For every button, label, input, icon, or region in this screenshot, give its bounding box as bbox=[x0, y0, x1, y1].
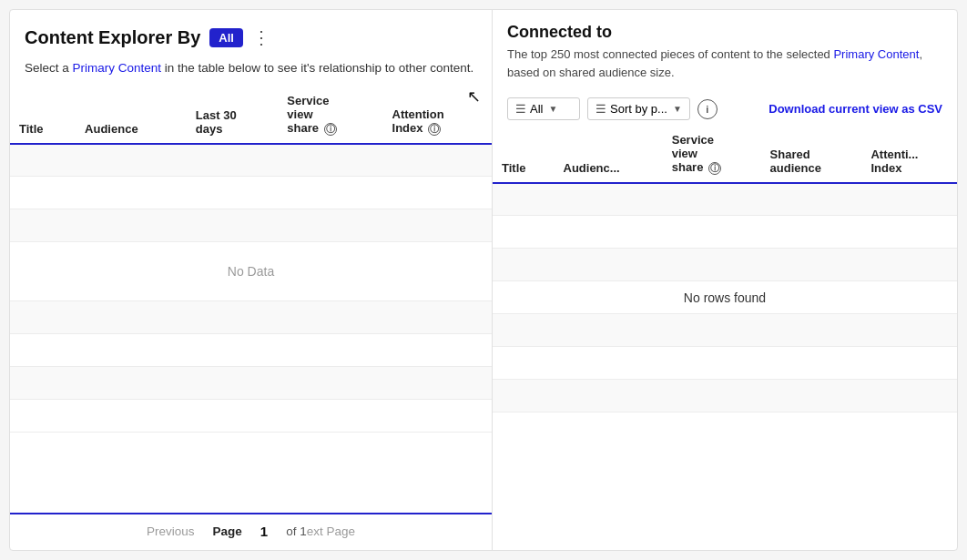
info-button[interactable]: i bbox=[697, 99, 718, 119]
right-header: Connected to The top 250 most connected … bbox=[493, 10, 957, 97]
col-audience: Audience bbox=[76, 87, 187, 144]
attention-index-info-icon[interactable]: ⓘ bbox=[428, 123, 441, 136]
sort-dropdown[interactable]: ☰ Sort by p... ▼ bbox=[587, 97, 690, 120]
right-col-service-view-share: Serviceviewshare ⓘ bbox=[663, 126, 761, 183]
right-panel-title: Connected to bbox=[507, 23, 942, 42]
table-row[interactable] bbox=[10, 209, 492, 242]
table-row[interactable] bbox=[493, 216, 957, 249]
right-table-wrapper: Title Audienc... Serviceviewshare ⓘ Shar… bbox=[493, 126, 957, 550]
right-table: Title Audienc... Serviceviewshare ⓘ Shar… bbox=[493, 126, 957, 412]
download-csv-link[interactable]: Download current view as CSV bbox=[769, 102, 942, 116]
filter-all-label: All bbox=[530, 102, 543, 116]
menu-dots-icon[interactable]: ⋮ bbox=[252, 26, 271, 48]
table-row[interactable] bbox=[10, 400, 492, 433]
col-title: Title bbox=[10, 87, 76, 144]
right-col-audience: Audienc... bbox=[555, 126, 663, 183]
left-description: Select a Primary Content in the table be… bbox=[25, 59, 477, 77]
left-panel-title: Content Explorer By bbox=[25, 27, 200, 48]
sort-label: Sort by p... bbox=[610, 102, 667, 116]
page-number: 1 bbox=[260, 524, 268, 539]
primary-content-link-right[interactable]: Primary Content bbox=[833, 47, 919, 61]
of-label: of 1ext Page bbox=[286, 524, 355, 538]
left-table-header-row: Title Audience Last 30days Serviceviewsh… bbox=[10, 87, 492, 144]
table-row[interactable] bbox=[10, 334, 492, 367]
primary-content-link-left[interactable]: Primary Content bbox=[73, 61, 162, 75]
all-badge[interactable]: All bbox=[209, 28, 243, 47]
right-col-attention-index: Attenti...Index bbox=[861, 126, 957, 183]
next-page-button[interactable]: ext Page bbox=[307, 524, 355, 538]
col-attention-index: AttentionIndex ⓘ bbox=[383, 87, 492, 144]
page-label: Page bbox=[213, 524, 242, 538]
left-header: Content Explorer By All ⋮ Select a Prima… bbox=[10, 10, 492, 87]
left-pagination: Previous Page 1 of 1ext Page bbox=[10, 513, 492, 550]
left-table-wrapper: ↖ Title Audience Last 30days Serviceview… bbox=[10, 87, 492, 513]
filter-icon: ☰ bbox=[515, 102, 526, 116]
sort-icon: ☰ bbox=[595, 102, 606, 116]
table-row[interactable] bbox=[10, 367, 492, 400]
col-service-view-share: Serviceviewshare ⓘ bbox=[278, 87, 382, 144]
main-container: Content Explorer By All ⋮ Select a Prima… bbox=[9, 9, 958, 551]
no-rows-message: No rows found bbox=[493, 281, 957, 314]
right-col-shared-audience: Sharedaudience bbox=[761, 126, 862, 183]
right-table-header-row: Title Audienc... Serviceviewshare ⓘ Shar… bbox=[493, 126, 957, 183]
sort-arrow: ▼ bbox=[673, 104, 682, 114]
filter-all-dropdown[interactable]: ☰ All ▼ bbox=[507, 97, 580, 120]
left-title-row: Content Explorer By All ⋮ bbox=[25, 26, 477, 48]
desc-post: in the table below to see it's relations… bbox=[161, 61, 473, 75]
left-panel: Content Explorer By All ⋮ Select a Prima… bbox=[10, 10, 493, 550]
table-row[interactable] bbox=[493, 183, 957, 216]
desc-pre: Select a bbox=[25, 61, 73, 75]
right-description: The top 250 most connected pieces of con… bbox=[507, 46, 942, 81]
no-rows-row: No rows found bbox=[493, 281, 957, 314]
table-row[interactable] bbox=[493, 314, 957, 347]
table-row[interactable] bbox=[493, 380, 957, 412]
table-row[interactable] bbox=[10, 144, 492, 177]
no-data-row: No Data bbox=[10, 242, 492, 301]
no-data-message: No Data bbox=[10, 242, 492, 301]
table-row[interactable] bbox=[493, 347, 957, 380]
previous-button[interactable]: Previous bbox=[147, 524, 195, 538]
table-row[interactable] bbox=[10, 177, 492, 209]
right-desc-pre: The top 250 most connected pieces of con… bbox=[507, 47, 833, 61]
left-table: Title Audience Last 30days Serviceviewsh… bbox=[10, 87, 492, 433]
service-view-share-info-icon[interactable]: ⓘ bbox=[324, 123, 337, 136]
right-service-view-share-info-icon[interactable]: ⓘ bbox=[708, 162, 721, 175]
right-filters: ☰ All ▼ ☰ Sort by p... ▼ i Download curr… bbox=[493, 97, 957, 126]
table-row[interactable] bbox=[493, 249, 957, 281]
right-col-title: Title bbox=[493, 126, 555, 183]
right-panel: Connected to The top 250 most connected … bbox=[493, 10, 957, 550]
col-last30: Last 30days bbox=[187, 87, 278, 144]
filter-all-arrow: ▼ bbox=[548, 104, 557, 114]
table-row[interactable] bbox=[10, 301, 492, 334]
